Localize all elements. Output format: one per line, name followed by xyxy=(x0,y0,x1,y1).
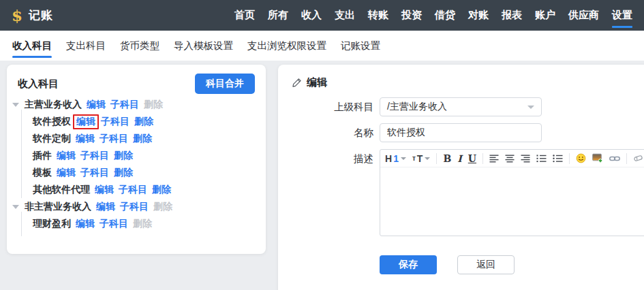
back-button[interactable]: 返回 xyxy=(457,255,515,274)
tab-expense-categories[interactable]: 支出科目 xyxy=(66,31,106,61)
nav-transfer[interactable]: 转账 xyxy=(368,9,388,22)
heading-h-label: H xyxy=(385,154,392,163)
triangle-down-icon[interactable] xyxy=(12,103,19,107)
app-logo[interactable]: $ 记账 xyxy=(12,7,53,23)
eraser-icon[interactable] xyxy=(633,154,643,163)
tree-row-non-main-income: 非主营业务收入 编辑 子科目 删除 xyxy=(12,198,255,215)
parent-category-row: 上级科目 /主营业务收入 xyxy=(292,97,644,116)
save-button[interactable]: 保存 xyxy=(380,255,437,274)
delete-link[interactable]: 删除 xyxy=(114,150,133,162)
parent-category-value: /主营业务收入 xyxy=(387,101,447,113)
tree-row-other-software-agency: 其他软件代理 编辑 子科目 删除 xyxy=(12,181,255,198)
edit-link[interactable]: 编辑 xyxy=(95,184,114,196)
edit-link-highlighted[interactable]: 编辑 xyxy=(73,114,99,129)
italic-button[interactable]: I xyxy=(457,154,462,163)
description-label: 描述 xyxy=(292,149,373,168)
category-name: 主营业务收入 xyxy=(25,99,82,111)
edit-link[interactable]: 编辑 xyxy=(76,218,95,230)
nav-reconcile[interactable]: 对账 xyxy=(468,9,489,22)
insert-link-icon[interactable] xyxy=(609,155,620,163)
parent-category-label: 上级科目 xyxy=(292,97,373,116)
panel-header: 收入科目 科目合并 xyxy=(18,74,255,93)
parent-category-select[interactable]: /主营业务收入 xyxy=(380,97,542,116)
nav-accounts[interactable]: 账户 xyxy=(535,9,555,22)
app-screen: $ 记账 首页 所有 收入 支出 转账 投资 借贷 对账 报表 账户 供应商 设… xyxy=(0,0,644,290)
panel-title: 收入科目 xyxy=(18,78,59,91)
edit-link[interactable]: 编辑 xyxy=(57,150,76,162)
nav-settings[interactable]: 设置 xyxy=(612,9,632,22)
tree-row-software-custom: 软件定制 编辑 子科目 删除 xyxy=(12,130,255,147)
align-left-icon[interactable] xyxy=(489,155,499,163)
align-center-icon[interactable] xyxy=(505,155,515,163)
align-right-icon[interactable] xyxy=(521,155,530,163)
chevron-down-icon xyxy=(425,157,430,160)
tab-import-template-settings[interactable]: 导入模板设置 xyxy=(174,31,233,61)
app-title: 记账 xyxy=(29,7,53,23)
tab-income-categories[interactable]: 收入科目 xyxy=(12,31,52,61)
editor-content-area[interactable] xyxy=(380,167,644,236)
nav-all[interactable]: 所有 xyxy=(268,9,288,22)
tab-bookkeeping-settings[interactable]: 记账设置 xyxy=(341,31,380,61)
toolbar-divider xyxy=(482,153,483,164)
subcategory-link[interactable]: 子科目 xyxy=(110,99,139,111)
edit-form: 上级科目 /主营业务收入 名称 描述 H1 xyxy=(292,97,644,236)
font-big-label: T xyxy=(417,154,423,163)
tree-group-main-income: 主营业务收入 编辑 子科目 删除 软件授权 编辑 子科目 删除 软件定制 编辑 … xyxy=(12,96,255,198)
edit-link[interactable]: 编辑 xyxy=(57,167,76,179)
top-navigation-bar: $ 记账 首页 所有 收入 支出 转账 投资 借贷 对账 报表 账户 供应商 设… xyxy=(0,0,644,31)
subcategory-link[interactable]: 子科目 xyxy=(80,167,109,179)
ordered-list-icon[interactable] xyxy=(536,155,547,163)
subcategory-link[interactable]: 子科目 xyxy=(99,133,128,145)
bold-button[interactable]: B xyxy=(443,154,451,163)
heading-1-label: 1 xyxy=(393,154,399,163)
tree-row-plugin: 插件 编辑 子科目 删除 xyxy=(12,147,255,164)
delete-link[interactable]: 删除 xyxy=(144,99,163,111)
triangle-down-icon[interactable] xyxy=(12,205,19,209)
underline-button[interactable]: U xyxy=(468,154,476,163)
subcategory-link[interactable]: 子科目 xyxy=(80,150,109,162)
income-categories-panel: 收入科目 科目合并 主营业务收入 编辑 子科目 删除 软件授权 编辑 子科目 删… xyxy=(7,65,266,254)
category-name: 其他软件代理 xyxy=(33,184,90,196)
nav-loan[interactable]: 借贷 xyxy=(435,9,455,22)
merge-categories-button[interactable]: 科目合并 xyxy=(195,74,255,94)
nav-suppliers[interactable]: 供应商 xyxy=(568,9,599,22)
main-nav: 首页 所有 收入 支出 转账 投资 借贷 对账 报表 账户 供应商 设置 xyxy=(234,9,632,22)
edit-link[interactable]: 编辑 xyxy=(96,201,115,213)
edit-category-panel: 编辑 上级科目 /主营业务收入 名称 描述 H1 xyxy=(278,65,644,290)
category-name: 非主营业务收入 xyxy=(25,201,91,213)
category-name: 软件定制 xyxy=(33,133,71,145)
tab-expense-view-permission-settings[interactable]: 支出浏览权限设置 xyxy=(247,31,326,61)
edit-link[interactable]: 编辑 xyxy=(76,133,95,145)
insert-image-icon[interactable] xyxy=(592,153,603,163)
nav-investment[interactable]: 投资 xyxy=(401,9,422,22)
font-size-button[interactable]: тT xyxy=(412,154,430,163)
rich-text-editor: H1 тT B I U xyxy=(380,149,644,236)
subcategory-link[interactable]: 子科目 xyxy=(120,201,149,213)
edit-link[interactable]: 编辑 xyxy=(87,99,106,111)
delete-link[interactable]: 删除 xyxy=(134,116,153,128)
font-small-label: т xyxy=(412,155,416,162)
subcategory-link[interactable]: 子科目 xyxy=(99,218,128,230)
unordered-list-icon[interactable] xyxy=(553,155,563,163)
tab-currency-types[interactable]: 货币类型 xyxy=(120,31,159,61)
editor-toolbar: H1 тT B I U xyxy=(380,150,644,167)
subcategory-link[interactable]: 子科目 xyxy=(119,184,147,196)
emoji-icon[interactable] xyxy=(576,153,586,163)
nav-reports[interactable]: 报表 xyxy=(502,9,522,22)
delete-link[interactable]: 删除 xyxy=(153,201,172,213)
nav-income[interactable]: 收入 xyxy=(301,9,322,22)
settings-tab-bar: 收入科目 支出科目 货币类型 导入模板设置 支出浏览权限设置 记账设置 xyxy=(0,31,644,61)
toolbar-divider xyxy=(626,153,627,164)
chevron-down-icon xyxy=(527,106,534,109)
chevron-down-icon xyxy=(401,157,406,160)
delete-link[interactable]: 删除 xyxy=(133,133,152,145)
delete-link[interactable]: 删除 xyxy=(152,184,171,196)
heading-button[interactable]: H1 xyxy=(385,154,406,163)
delete-link[interactable]: 删除 xyxy=(114,167,133,179)
subcategory-link[interactable]: 子科目 xyxy=(101,116,129,128)
name-input[interactable] xyxy=(380,123,542,142)
nav-home[interactable]: 首页 xyxy=(234,9,255,22)
nav-expense[interactable]: 支出 xyxy=(335,9,355,22)
dollar-icon: $ xyxy=(12,7,22,23)
delete-link[interactable]: 删除 xyxy=(133,218,152,230)
